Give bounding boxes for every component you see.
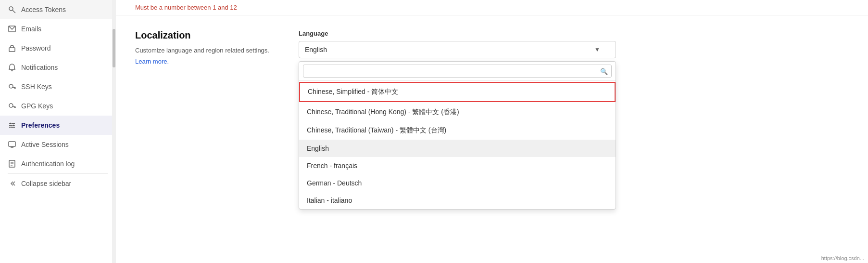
svg-rect-3 [9,48,15,52]
dropdown-item-english[interactable]: English [299,140,616,157]
svg-point-16 [13,125,14,126]
learn-more-link[interactable]: Learn more. [135,58,169,65]
active-sessions-icon [8,141,16,148]
sidebar-item-active-sessions[interactable]: Active Sessions [0,135,115,154]
notifications-icon [8,64,16,71]
language-label: Language [299,30,849,37]
password-icon [8,44,16,52]
dropdown-list: Chinese, Simplified - 简体中文Chinese, Tradi… [299,81,616,209]
dropdown-search-input[interactable] [303,65,612,78]
collapse-sidebar-label: Collapse sidebar [21,180,71,187]
dropdown-item-chinese-traditional-hk[interactable]: Chinese, Traditional (Hong Kong) - 繁體中文 … [299,103,616,121]
sidebar-item-label-gpg-keys: GPG Keys [21,102,53,110]
emails-icon [8,26,16,32]
authentication-log-icon [8,160,16,168]
dropdown-item-chinese-traditional-tw[interactable]: Chinese, Traditional (Taiwan) - 繁體中文 (台灣… [299,121,616,140]
svg-point-4 [9,84,13,88]
section-title: Localization [135,30,270,41]
preferences-icon [8,121,16,129]
svg-point-15 [10,123,12,124]
chevron-down-icon: ▼ [594,46,600,53]
sidebar-nav: Access Tokens Emails Password Notificati… [0,0,116,193]
sidebar-item-access-tokens[interactable]: Access Tokens [0,0,115,19]
main-content: Must be a number between 1 and 12 Locali… [116,0,868,263]
svg-point-8 [9,104,13,107]
sidebar-item-label-ssh-keys: SSH Keys [21,83,52,91]
url-hint: https://blog.csdn... [821,255,864,261]
sidebar-item-preferences[interactable]: Preferences [0,116,115,135]
sidebar-item-password[interactable]: Password [0,39,115,58]
gpg-keys-icon [8,102,16,110]
collapse-icon [8,180,16,187]
sidebar-scrollbar[interactable] [112,0,116,263]
sidebar-item-label-notifications: Notifications [21,64,58,71]
content-area: Localization Customize language and regi… [116,15,868,263]
svg-line-1 [13,10,15,13]
access-tokens-icon [8,6,16,13]
dropdown-item-german[interactable]: German - Deutsch [299,174,616,192]
dropdown-item-chinese-simplified[interactable]: Chinese, Simplified - 简体中文 [299,82,616,102]
sidebar-item-label-access-tokens: Access Tokens [21,6,66,13]
validation-hint: Must be a number between 1 and 12 [116,0,868,15]
language-dropdown: 🔍 Chinese, Simplified - 简体中文Chinese, Tra… [299,61,616,210]
sidebar-scrollbar-thumb[interactable] [113,29,115,67]
ssh-keys-icon [8,83,16,91]
sidebar-item-notifications[interactable]: Notifications [0,58,115,77]
language-select[interactable]: English ▼ [299,41,616,58]
svg-point-17 [11,127,12,128]
svg-point-0 [9,7,13,11]
sidebar-item-label-active-sessions: Active Sessions [21,141,69,148]
search-icon[interactable]: 🔍 [600,67,608,75]
svg-rect-18 [9,142,15,146]
language-select-wrapper: English ▼ 🔍 Chinese, Simplified - 简体中文Ch… [299,41,616,58]
sidebar-item-label-password: Password [21,44,50,52]
sidebar-item-label-authentication-log: Authentication log [21,160,75,168]
sidebar-item-emails[interactable]: Emails [0,19,115,39]
sidebar: Access Tokens Emails Password Notificati… [0,0,116,263]
section-description: Localization Customize language and regi… [135,30,270,249]
section-description-text: Customize language and region related se… [135,46,270,55]
sidebar-item-label-preferences: Preferences [21,121,60,129]
sidebar-item-authentication-log[interactable]: Authentication log [0,154,115,173]
language-selected-value: English [305,46,327,53]
dropdown-item-french[interactable]: French - français [299,157,616,174]
dropdown-item-italian[interactable]: Italian - italiano [299,192,616,209]
dropdown-search-wrapper: 🔍 [299,62,616,81]
form-area: Language English ▼ 🔍 Chinese, Simplified… [299,30,849,249]
sidebar-item-ssh-keys[interactable]: SSH Keys [0,77,115,96]
collapse-sidebar-button[interactable]: Collapse sidebar [0,174,115,193]
sidebar-item-label-emails: Emails [21,25,41,33]
sidebar-item-gpg-keys[interactable]: GPG Keys [0,96,115,116]
